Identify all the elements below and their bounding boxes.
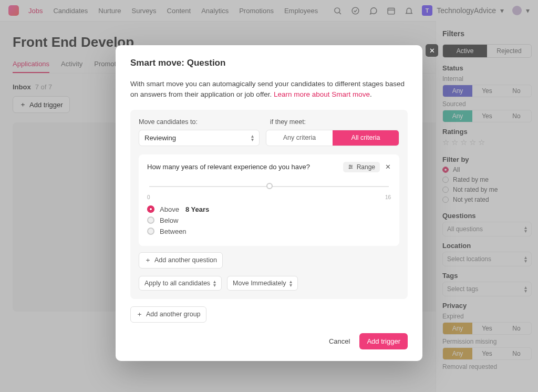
learn-more-link[interactable]: Learn more about Smart move <box>274 90 370 98</box>
plus-icon: ＋ <box>136 310 143 319</box>
add-group-button[interactable]: ＋ Add another group <box>130 306 206 323</box>
add-question-label: Add another question <box>154 256 217 264</box>
close-button[interactable]: ✕ <box>426 44 438 57</box>
smart-move-modal: ✕ Smart move: Question With smart move y… <box>116 45 422 361</box>
sort-icon: ▴▾ <box>251 134 254 141</box>
criteria-any[interactable]: Any criteria <box>266 130 333 146</box>
slider-max: 16 <box>385 194 391 200</box>
range-slider[interactable] <box>149 182 389 191</box>
stage-select[interactable]: Reviewing ▴▾ <box>139 130 260 146</box>
svg-point-10 <box>349 168 350 169</box>
range-button[interactable]: Range <box>343 162 380 172</box>
radio-icon <box>147 216 154 224</box>
range-label: Range <box>357 163 375 171</box>
radio-icon <box>147 228 154 235</box>
option-below[interactable]: Below <box>147 216 391 224</box>
meet-label: if they meet: <box>270 118 306 126</box>
option-value: 8 Years <box>185 205 209 213</box>
criteria-all[interactable]: All criteria <box>333 130 399 146</box>
modal-intro-text: . <box>370 90 372 98</box>
close-icon: ✕ <box>385 163 391 171</box>
slider-thumb[interactable] <box>266 183 273 189</box>
remove-question-button[interactable]: ✕ <box>385 163 391 171</box>
rule-panel: Move candidates to: if they meet: Review… <box>130 110 408 299</box>
modal-title: Smart move: Question <box>130 58 408 68</box>
sort-icon: ▴▾ <box>213 280 216 287</box>
question-text: How many years of relevant experience do… <box>147 163 310 171</box>
move-timing-value: Move Immediately <box>233 280 286 287</box>
stage-value: Reviewing <box>144 134 176 142</box>
cancel-button[interactable]: Cancel <box>329 337 350 345</box>
modal-intro: With smart move you can automagically se… <box>130 79 408 100</box>
sort-icon: ▴▾ <box>289 280 292 287</box>
slider-min: 0 <box>147 194 150 200</box>
plus-icon: ＋ <box>144 256 151 265</box>
apply-scope-value: Apply to all candidates <box>144 280 210 287</box>
svg-point-8 <box>351 167 352 168</box>
move-timing-select[interactable]: Move Immediately ▴▾ <box>227 276 297 291</box>
radio-icon <box>147 205 154 213</box>
sliders-icon <box>348 164 354 170</box>
question-card: How many years of relevant experience do… <box>139 154 399 246</box>
add-group-label: Add another group <box>146 311 201 318</box>
option-between[interactable]: Between <box>147 228 391 235</box>
option-label: Above <box>160 205 179 213</box>
apply-scope-select[interactable]: Apply to all candidates ▴▾ <box>139 276 222 291</box>
svg-point-6 <box>349 165 350 166</box>
option-above[interactable]: Above 8 Years <box>147 205 391 213</box>
option-label: Below <box>160 216 178 224</box>
criteria-segment[interactable]: Any criteria All criteria <box>266 130 399 146</box>
add-question-button[interactable]: ＋ Add another question <box>139 252 223 269</box>
option-label: Between <box>160 228 187 235</box>
move-to-label: Move candidates to: <box>139 118 260 126</box>
submit-button[interactable]: Add trigger <box>359 333 408 349</box>
close-icon: ✕ <box>429 47 435 55</box>
